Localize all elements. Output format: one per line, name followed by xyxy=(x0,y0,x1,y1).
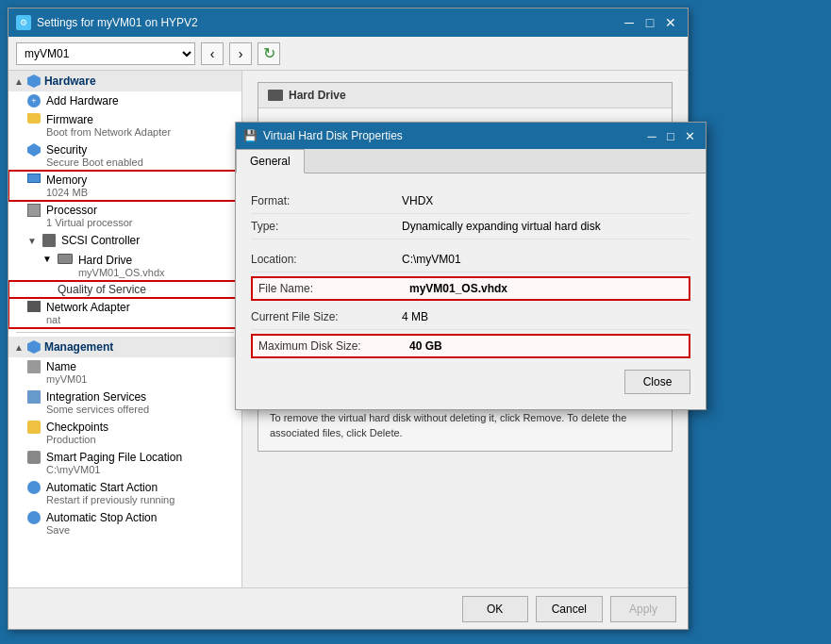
hdd-section-icon xyxy=(268,90,283,101)
name-icon xyxy=(27,360,41,373)
memory-label: Memory xyxy=(46,173,88,187)
security-label: Security xyxy=(46,143,143,157)
vhd-current-size-row: Current File Size: 4 MB xyxy=(251,305,690,330)
add-hardware-icon: + xyxy=(27,94,41,107)
qos-label: Quality of Service xyxy=(58,283,146,296)
vhd-location-row: Location: C:\myVM01 xyxy=(251,247,690,272)
vhd-type-row: Type: Dynamically expanding virtual hard… xyxy=(251,214,690,239)
vhd-minimize-button[interactable]: ─ xyxy=(643,127,660,144)
firmware-icon xyxy=(27,113,41,124)
vhd-format-label: Format: xyxy=(251,194,402,207)
vm-select[interactable]: myVM01 xyxy=(16,42,195,65)
sidebar-item-hard-drive[interactable]: ▼ Hard Drive myVM01_OS.vhdx xyxy=(8,251,241,281)
integration-label: Integration Services xyxy=(46,390,149,404)
sidebar-item-add-hardware[interactable]: + Add Hardware xyxy=(8,91,241,110)
management-expand-icon: ▲ xyxy=(14,342,24,353)
sidebar-item-integration[interactable]: Integration Services Some services offer… xyxy=(8,388,241,418)
minimize-button[interactable]: ─ xyxy=(620,13,639,32)
vhd-filename-value: myVM01_OS.vhdx xyxy=(409,282,507,295)
add-hardware-label: Add Hardware xyxy=(46,94,119,107)
scsi-label: SCSI Controller xyxy=(61,234,140,247)
tab-general[interactable]: General xyxy=(236,149,305,173)
management-label: Management xyxy=(44,340,113,354)
nav-back-button[interactable]: ‹ xyxy=(201,42,224,65)
auto-start-label: Automatic Start Action xyxy=(46,481,175,494)
checkpoints-icon xyxy=(27,421,41,434)
network-adapter-label: Network Adapter xyxy=(46,301,130,314)
sidebar-item-smart-paging[interactable]: Smart Paging File Location C:\myVM01 xyxy=(8,448,241,478)
hard-drive-label: Hard Drive xyxy=(78,254,165,267)
sidebar-item-memory[interactable]: Memory 1024 MB xyxy=(8,171,241,201)
vhd-location-label: Location: xyxy=(251,253,402,266)
integration-icon xyxy=(27,390,41,404)
title-bar-left: ⚙ Settings for myVM01 on HYPV2 xyxy=(16,15,198,30)
name-label: Name xyxy=(46,360,87,373)
sidebar: ▲ Hardware + Add Hardware Firmware Boot … xyxy=(8,71,242,587)
sidebar-item-qos[interactable]: Quality of Service xyxy=(8,281,241,298)
nav-forward-button[interactable]: › xyxy=(229,42,252,65)
sidebar-section-hardware[interactable]: ▲ Hardware xyxy=(8,71,241,91)
network-adapter-sub: nat xyxy=(46,314,130,325)
title-bar: ⚙ Settings for myVM01 on HYPV2 ─ □ ✕ xyxy=(8,8,688,37)
auto-start-sub: Restart if previously running xyxy=(46,494,175,505)
sidebar-item-auto-stop[interactable]: Automatic Stop Action Save xyxy=(8,508,241,538)
vhd-max-size-row: Maximum Disk Size: 40 GB xyxy=(251,334,690,358)
vhd-maximize-button[interactable]: □ xyxy=(662,127,679,144)
close-button[interactable]: ✕ xyxy=(661,13,680,32)
vhd-format-value: VHDX xyxy=(402,194,433,207)
vhd-max-size-label: Maximum Disk Size: xyxy=(258,339,409,353)
sidebar-section-management[interactable]: ▲ Management xyxy=(8,337,241,357)
sidebar-item-auto-start[interactable]: Automatic Start Action Restart if previo… xyxy=(8,478,241,508)
cancel-button[interactable]: Cancel xyxy=(536,596,603,622)
vhd-spacer xyxy=(251,239,690,247)
auto-start-icon xyxy=(27,481,41,494)
network-icon xyxy=(27,301,41,312)
hd-expand-icon: ▼ xyxy=(42,254,52,264)
vhd-dialog-close-button[interactable]: Close xyxy=(624,370,690,394)
bottom-bar: OK Cancel Apply xyxy=(8,587,688,629)
vhd-tabs: General xyxy=(236,149,706,173)
scsi-expand-icon: ▼ xyxy=(27,235,37,248)
memory-sub: 1024 MB xyxy=(46,187,88,198)
section-title: Hard Drive xyxy=(258,83,672,108)
hardware-expand-icon: ▲ xyxy=(14,76,24,87)
ok-button[interactable]: OK xyxy=(462,596,528,622)
vhd-close-button[interactable]: ✕ xyxy=(681,127,698,144)
sidebar-item-checkpoints[interactable]: Checkpoints Production xyxy=(8,418,241,448)
processor-icon xyxy=(27,204,41,217)
sidebar-item-scsi[interactable]: ▼ SCSI Controller xyxy=(8,231,241,251)
processor-label: Processor xyxy=(46,204,133,217)
vhd-type-label: Type: xyxy=(251,220,402,233)
vhd-dialog-icon: 💾 xyxy=(243,129,258,142)
checkpoints-label: Checkpoints xyxy=(46,421,108,434)
smart-paging-sub: C:\myVM01 xyxy=(46,464,182,475)
smart-paging-label: Smart Paging File Location xyxy=(46,451,182,464)
name-sub: myVM01 xyxy=(46,373,87,385)
auto-stop-icon xyxy=(27,511,41,524)
sidebar-item-processor[interactable]: Processor 1 Virtual processor xyxy=(8,201,241,231)
toolbar: myVM01 ‹ › ↻ xyxy=(8,37,688,71)
vhd-location-value: C:\myVM01 xyxy=(402,253,461,266)
maximize-button[interactable]: □ xyxy=(640,13,659,32)
sidebar-item-security[interactable]: Security Secure Boot enabled xyxy=(8,140,241,171)
sidebar-item-network[interactable]: Network Adapter nat xyxy=(8,298,241,328)
removal-note: To remove the virtual hard disk without … xyxy=(270,410,660,441)
vhd-dialog: 💾 Virtual Hard Disk Properties ─ □ ✕ Gen… xyxy=(235,122,706,410)
hard-drive-sub: myVM01_OS.vhdx xyxy=(78,267,165,278)
vhd-filename-row: File Name: myVM01_OS.vhdx xyxy=(251,276,690,301)
scsi-icon xyxy=(42,234,56,247)
refresh-button[interactable]: ↻ xyxy=(258,42,280,65)
section-title-text: Hard Drive xyxy=(289,89,346,102)
apply-button[interactable]: Apply xyxy=(610,596,676,622)
auto-stop-sub: Save xyxy=(46,524,157,536)
vhd-body: Format: VHDX Type: Dynamically expanding… xyxy=(236,173,706,409)
vhd-format-row: Format: VHDX xyxy=(251,189,690,214)
auto-stop-label: Automatic Stop Action xyxy=(46,511,157,524)
sidebar-item-name[interactable]: Name myVM01 xyxy=(8,357,241,388)
vhd-current-size-label: Current File Size: xyxy=(251,310,402,323)
security-sub: Secure Boot enabled xyxy=(46,157,143,168)
sidebar-item-firmware[interactable]: Firmware Boot from Network Adapter xyxy=(8,110,241,140)
vhd-close-row: Close xyxy=(251,362,690,394)
vhd-type-value: Dynamically expanding virtual hard disk xyxy=(402,220,601,233)
security-icon xyxy=(27,143,41,157)
